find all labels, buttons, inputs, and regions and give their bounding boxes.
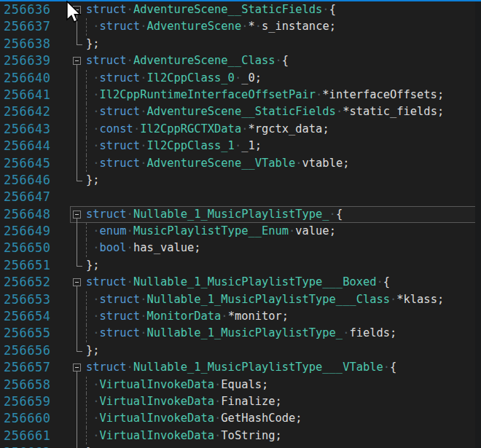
code-line[interactable]: 256641·Il2CppRuntimeInterfaceOffsetPair·…: [0, 87, 481, 103]
fold-margin[interactable]: [70, 240, 86, 256]
code-line[interactable]: 256657struct·Nullable_1_MusicPlaylistTyp…: [0, 359, 481, 376]
code-text[interactable]: ·struct·Nullable_1_MusicPlaylistType_·fi…: [86, 325, 481, 342]
fold-margin[interactable]: [70, 377, 86, 393]
fold-margin[interactable]: [70, 359, 86, 376]
code-text[interactable]: struct·AdventureScene__StaticFields·{: [86, 1, 481, 18]
code-line[interactable]: 256647: [0, 189, 481, 205]
fold-margin[interactable]: [70, 342, 86, 359]
code-text[interactable]: struct·Nullable_1_MusicPlaylistType___VT…: [86, 359, 481, 376]
code-text[interactable]: };: [86, 257, 481, 274]
code-line[interactable]: 256642·struct·AdventureScene__StaticFiel…: [0, 103, 481, 120]
fold-collapse-button[interactable]: [73, 363, 81, 372]
code-text[interactable]: ·struct·AdventureScene__StaticFields·*st…: [86, 103, 481, 120]
code-line[interactable]: 256662}: [0, 444, 481, 448]
line-number[interactable]: 256655: [0, 325, 70, 342]
code-line[interactable]: 256644·struct·Il2CppClass_1·_1;: [0, 138, 481, 154]
code-line[interactable]: 256640·struct·Il2CppClass_0·_0;: [0, 70, 481, 87]
code-line[interactable]: 256652struct·Nullable_1_MusicPlaylistTyp…: [0, 274, 481, 291]
line-number[interactable]: 256640: [0, 70, 70, 87]
code-line[interactable]: 256656};: [0, 342, 481, 359]
line-number[interactable]: 256638: [0, 36, 70, 52]
line-number[interactable]: 256660: [0, 410, 70, 427]
code-line[interactable]: 256639struct·AdventureScene__Class·{: [0, 52, 481, 69]
fold-collapse-button[interactable]: [73, 278, 81, 286]
fold-margin[interactable]: [70, 325, 86, 342]
fold-margin[interactable]: [70, 444, 86, 448]
code-line[interactable]: 256646};: [0, 172, 481, 189]
line-number[interactable]: 256644: [0, 138, 70, 154]
line-number[interactable]: 256641: [0, 87, 70, 103]
code-text[interactable]: ·struct·AdventureScene·*·s_instance;: [86, 18, 481, 35]
fold-margin[interactable]: [70, 70, 86, 87]
code-text[interactable]: ·bool·has_value;: [86, 240, 481, 256]
line-number[interactable]: 256656: [0, 342, 70, 359]
fold-margin[interactable]: [70, 223, 86, 240]
fold-margin[interactable]: [70, 36, 86, 52]
code-line[interactable]: 256660·VirtualInvokeData·GetHashCode;: [0, 410, 481, 427]
line-number[interactable]: 256648: [0, 206, 70, 223]
fold-margin[interactable]: [70, 103, 86, 120]
code-line[interactable]: 256655·struct·Nullable_1_MusicPlaylistTy…: [0, 325, 481, 342]
code-text[interactable]: struct·Nullable_1_MusicPlaylistType_·{: [86, 206, 481, 223]
fold-margin[interactable]: [70, 172, 86, 189]
fold-margin[interactable]: [70, 410, 86, 427]
code-text[interactable]: };: [86, 36, 481, 52]
fold-margin[interactable]: [70, 52, 86, 69]
line-number[interactable]: 256654: [0, 308, 70, 325]
code-line[interactable]: 256658·VirtualInvokeData·Equals;: [0, 377, 481, 393]
fold-margin[interactable]: [70, 87, 86, 103]
line-number[interactable]: 256636: [0, 1, 70, 18]
line-number[interactable]: 256653: [0, 291, 70, 308]
code-line[interactable]: 256651};: [0, 257, 481, 274]
line-number[interactable]: 256642: [0, 103, 70, 120]
code-line[interactable]: 256643·const·Il2CppRGCTXData·*rgctx_data…: [0, 121, 481, 138]
fold-margin[interactable]: [70, 274, 86, 291]
code-text[interactable]: };: [86, 172, 481, 189]
fold-margin[interactable]: [70, 291, 86, 308]
line-number[interactable]: 256662: [0, 444, 70, 448]
line-number[interactable]: 256661: [0, 428, 70, 444]
code-text[interactable]: ·VirtualInvokeData·Equals;: [86, 377, 481, 393]
scrollbar-track[interactable]: [475, 1, 481, 448]
fold-margin[interactable]: [70, 155, 86, 172]
code-line[interactable]: 256638};: [0, 36, 481, 52]
code-text[interactable]: ·struct·AdventureScene__VTable·vtable;: [86, 155, 481, 172]
line-number[interactable]: 256651: [0, 257, 70, 274]
code-text[interactable]: ·VirtualInvokeData·Finalize;: [86, 393, 481, 410]
fold-collapse-button[interactable]: [73, 57, 81, 65]
code-text[interactable]: };: [86, 342, 481, 359]
editor-pane[interactable]: 256636struct·AdventureScene__StaticField…: [0, 1, 481, 448]
code-text[interactable]: [86, 189, 481, 205]
fold-margin[interactable]: [70, 393, 86, 410]
code-line[interactable]: 256653·struct·Nullable_1_MusicPlaylistTy…: [0, 291, 481, 308]
code-line[interactable]: 256650·bool·has_value;: [0, 240, 481, 256]
line-number[interactable]: 256643: [0, 121, 70, 138]
code-line[interactable]: 256654·struct·MonitorData·*monitor;: [0, 308, 481, 325]
fold-margin[interactable]: [70, 308, 86, 325]
code-text[interactable]: ·struct·Il2CppClass_1·_1;: [86, 138, 481, 154]
line-number[interactable]: 256657: [0, 359, 70, 376]
code-text[interactable]: struct·Nullable_1_MusicPlaylistType___Bo…: [86, 274, 481, 291]
code-text[interactable]: ·Il2CppRuntimeInterfaceOffsetPair·*inter…: [86, 87, 481, 103]
line-number[interactable]: 256650: [0, 240, 70, 256]
code-text[interactable]: ·VirtualInvokeData·GetHashCode;: [86, 410, 481, 427]
code-text[interactable]: }: [86, 444, 481, 448]
line-number[interactable]: 256639: [0, 52, 70, 69]
code-line[interactable]: 256645·struct·AdventureScene__VTable·vta…: [0, 155, 481, 172]
fold-margin[interactable]: [70, 189, 86, 205]
code-text[interactable]: struct·AdventureScene__Class·{: [86, 52, 481, 69]
fold-margin[interactable]: [70, 121, 86, 138]
fold-margin[interactable]: [70, 428, 86, 444]
code-text[interactable]: ·VirtualInvokeData·ToString;: [86, 428, 481, 444]
line-number[interactable]: 256647: [0, 189, 70, 205]
code-text[interactable]: ·const·Il2CppRGCTXData·*rgctx_data;: [86, 121, 481, 138]
code-line[interactable]: 256648struct·Nullable_1_MusicPlaylistTyp…: [0, 206, 481, 223]
line-number[interactable]: 256645: [0, 155, 70, 172]
code-text[interactable]: ·struct·MonitorData·*monitor;: [86, 308, 481, 325]
code-text[interactable]: ·enum·MusicPlaylistType__Enum·value;: [86, 223, 481, 240]
code-text[interactable]: ·struct·Nullable_1_MusicPlaylistType___C…: [86, 291, 481, 308]
line-number[interactable]: 256659: [0, 393, 70, 410]
line-number[interactable]: 256658: [0, 377, 70, 393]
fold-margin[interactable]: [70, 206, 86, 223]
code-line[interactable]: 256661·VirtualInvokeData·ToString;: [0, 428, 481, 444]
